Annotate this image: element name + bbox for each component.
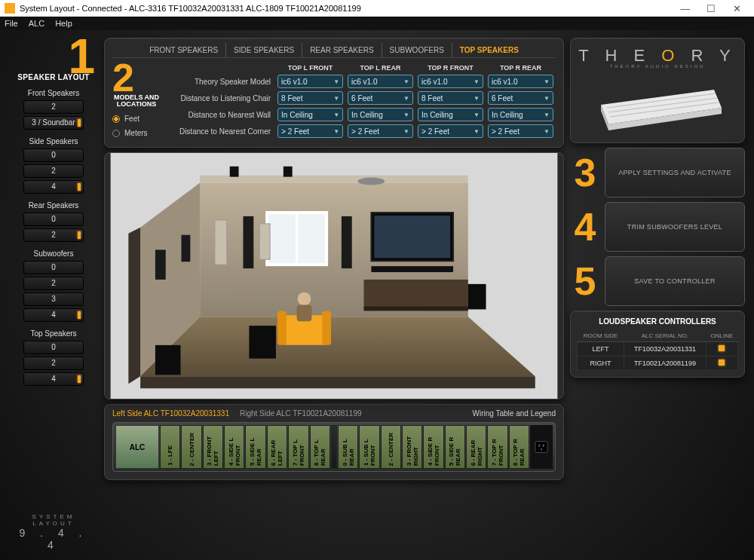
grid-dropdown[interactable]: 6 Feet▼ [348,91,413,105]
grid-dropdown[interactable]: ic6 v1.0▼ [348,75,413,88]
svg-rect-30 [297,305,312,322]
grid-row-label: Theory Speaker Model [167,73,275,90]
lsc-serial: TF10032A20031331 [624,342,706,357]
trim-subwoofers-button[interactable]: TRIM SUBWOOFERS LEVEL [605,202,745,252]
chevron-down-icon: ▼ [333,95,339,102]
grid-dropdown[interactable]: ic6 v1.0▼ [488,75,553,88]
speaker-count-option[interactable]: 0 [23,261,84,274]
minimize-button[interactable]: — [673,3,698,14]
grid-dropdown[interactable]: ic6 v1.0▼ [418,75,483,88]
speaker-count-option[interactable]: 4 [23,372,84,386]
menu-help[interactable]: Help [55,19,72,28]
grid-dropdown[interactable]: In Ceiling▼ [488,108,553,121]
speaker-count-option[interactable]: 2 [23,164,84,178]
right-column: T H E O R Y THEORY AUDIO DESIGN 3 APPLY … [570,38,745,551]
left-alc-label[interactable]: Left Side ALC TF10032A20031331 [112,409,229,418]
chevron-down-icon: ▼ [474,112,480,118]
svg-rect-16 [215,220,227,265]
menu-alc[interactable]: ALC [29,19,44,28]
channel-slot: 1 - SUB L FRONT [359,425,379,469]
group-label: Front Speakers [9,89,98,97]
brand-subtitle: THEORY AUDIO DESIGN [610,64,706,69]
speaker-count-option[interactable]: 4 [23,180,84,194]
grid-dropdown[interactable]: > 2 Feet▼ [348,124,413,138]
svg-rect-15 [181,235,190,262]
lsc-side: RIGHT [578,357,624,371]
grid-dropdown[interactable]: > 2 Feet▼ [488,124,553,138]
speaker-count-option[interactable]: 4 [23,308,84,322]
svg-rect-14 [155,249,166,280]
grid-dropdown[interactable]: In Ceiling▼ [418,108,483,121]
svg-marker-6 [200,176,468,183]
channel-label: 3 - FRONT LEFT [206,426,219,466]
controllers-table: ROOM SIDEALC SERIAL NO.ONLINELEFTTF10032… [577,330,738,371]
save-controller-button[interactable]: SAVE TO CONTROLLER [605,256,745,306]
svg-rect-24 [249,326,276,358]
svg-rect-33 [543,444,544,447]
grid-dropdown[interactable]: In Ceiling▼ [277,108,343,121]
grid-dropdown[interactable]: > 2 Feet▼ [277,124,343,138]
step2-number: 2 [112,63,161,94]
speaker-count-option[interactable]: 0 [23,341,84,354]
speaker-count-option[interactable]: 0 [23,148,84,162]
grid-row-label: Distance to Nearest Corner [167,123,275,139]
channel-slot: 7 - TOP R FRONT [487,425,507,469]
speaker-count-option[interactable]: 2 [23,357,84,370]
chevron-down-icon: ▼ [474,95,480,102]
grid-column-header: TOP L FRONT [275,63,345,73]
speaker-count-option[interactable]: 3 / Soundbar [23,116,84,130]
channel-slot: 2 - CENTER [381,425,401,469]
grid-dropdown[interactable]: 6 Feet▼ [488,91,553,105]
svg-rect-21 [230,167,239,177]
close-button[interactable]: ✕ [724,3,749,14]
speaker-tab[interactable]: REAR SPEAKERS [302,43,382,57]
online-led-icon [719,360,725,366]
units-feet[interactable]: Feet [112,115,161,123]
chevron-down-icon: ▼ [474,128,480,135]
speaker-count-option[interactable]: 2 [23,228,84,242]
channel-slot: 2 - CENTER [181,425,201,469]
channel-slot: 5 - SIDE L REAR [245,425,265,469]
step5-number: 5 [570,262,600,301]
grid-dropdown[interactable]: 8 Feet▼ [277,91,343,105]
grid-dropdown[interactable]: > 2 Feet▼ [418,124,483,138]
step1-number: 1 [9,38,98,76]
menu-bar: File ALC Help [0,17,754,30]
grid-dropdown[interactable]: ic6 v1.0▼ [277,75,343,88]
wiring-legend-link[interactable]: Wiring Table and Legend [473,409,556,418]
speaker-tab[interactable]: SIDE SPEAKERS [226,43,302,57]
channel-label: 5 - SIDE R REAR [448,426,461,466]
speaker-tab[interactable]: FRONT SPEAKERS [142,43,226,57]
channel-label: 4 - SIDE L FRONT [228,426,241,466]
svg-rect-31 [535,442,548,453]
svg-marker-4 [140,376,535,388]
units-meters[interactable]: Meters [112,129,161,137]
apply-settings-button[interactable]: APPLY SETTINGS AND ACTIVATE [605,148,745,197]
speaker-count-option[interactable]: 0 [23,213,84,226]
speaker-count-option[interactable]: 2 [23,100,84,114]
layout-value: 9 . 4 . 4 [9,527,98,551]
speaker-count-option[interactable]: 2 [23,277,84,290]
step1-title: SPEAKER LAYOUT [9,73,98,81]
grid-row-label: Distance to Listening Chair [167,90,275,106]
right-alc-label[interactable]: Right Side ALC TF10021A20081199 [240,409,362,418]
chevron-down-icon: ▼ [474,78,480,85]
lsc-online [706,342,737,357]
maximize-button[interactable]: ☐ [698,3,724,14]
chevron-down-icon: ▼ [403,128,409,135]
speaker-tab[interactable]: SUBWOOFERS [382,43,452,57]
group-label: Top Speakers [9,329,98,338]
grid-dropdown[interactable]: In Ceiling▼ [348,108,413,121]
channel-label: 7 - TOP L FRONT [292,426,305,466]
svg-rect-28 [322,311,331,344]
channel-slot: 8 - TOP R REAR [509,425,529,469]
speaker-count-option[interactable]: 3 [23,292,84,306]
svg-point-20 [358,178,385,185]
menu-file[interactable]: File [5,19,18,28]
grid-dropdown[interactable]: 8 Feet▼ [418,91,483,105]
chevron-down-icon: ▼ [544,112,550,118]
speaker-grid: TOP L FRONTTOP L REARTOP R FRONTTOP R RE… [167,63,556,139]
speaker-tab[interactable]: TOP SPEAKERS [452,43,526,57]
chevron-down-icon: ▼ [544,78,550,85]
svg-rect-25 [468,284,486,310]
